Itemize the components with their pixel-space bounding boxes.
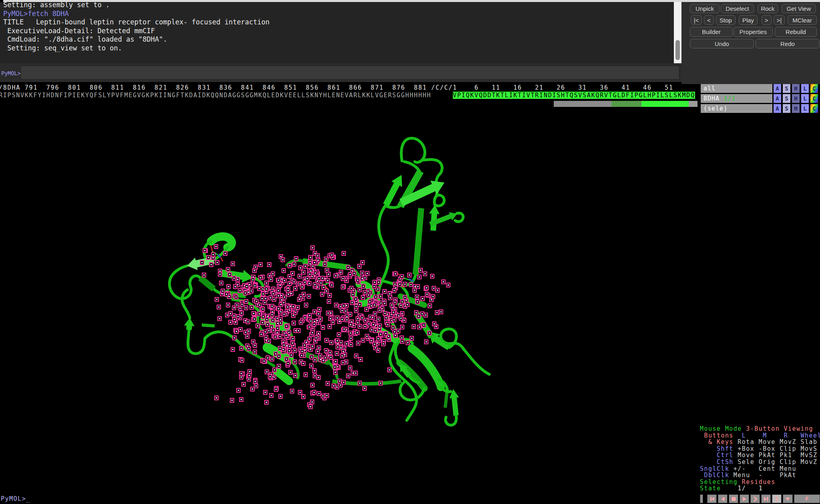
- water-molecule[interactable]: [233, 285, 237, 289]
- water-molecule[interactable]: [286, 289, 290, 293]
- water-molecule[interactable]: [309, 255, 312, 259]
- water-molecule[interactable]: [400, 339, 404, 343]
- water-molecule[interactable]: [341, 285, 345, 289]
- water-molecule[interactable]: [362, 284, 365, 288]
- water-molecule[interactable]: [396, 329, 400, 333]
- water-molecule[interactable]: [325, 338, 328, 342]
- water-molecule[interactable]: [317, 375, 320, 380]
- water-molecule[interactable]: [354, 354, 358, 358]
- playback-s-mode-button[interactable]: S: [772, 494, 782, 503]
- water-molecule[interactable]: [308, 272, 312, 276]
- water-molecule[interactable]: [334, 370, 337, 374]
- water-molecule[interactable]: [388, 292, 392, 296]
- water-molecule[interactable]: [310, 400, 314, 404]
- object-sele-menu-H[interactable]: H: [792, 104, 800, 113]
- water-molecule[interactable]: [263, 330, 267, 334]
- water-molecule[interactable]: [239, 327, 242, 331]
- water-molecule[interactable]: [253, 317, 256, 321]
- water-molecule[interactable]: [254, 265, 257, 269]
- playback-step-back-button[interactable]: [718, 494, 728, 503]
- water-molecule[interactable]: [299, 266, 302, 270]
- object-all-menu-A[interactable]: A: [774, 84, 781, 93]
- water-molecule[interactable]: [354, 371, 358, 375]
- sequence-chain-c[interactable]: RIPSNVKKFYIHDNFIPIEKYQFSLYPVFMEGVGKPKIIN…: [0, 92, 431, 99]
- object-sele-menu-L[interactable]: L: [801, 104, 809, 113]
- water-molecule[interactable]: [418, 325, 421, 329]
- water-molecule[interactable]: [292, 280, 296, 284]
- sequence-scrollbar-segment[interactable]: [641, 101, 689, 107]
- water-molecule[interactable]: [361, 295, 365, 299]
- water-molecule[interactable]: [277, 289, 280, 293]
- water-molecule[interactable]: [393, 330, 396, 334]
- water-molecule[interactable]: [305, 277, 309, 281]
- water-molecule[interactable]: [379, 301, 383, 305]
- water-molecule[interactable]: [226, 303, 230, 307]
- water-molecule[interactable]: [253, 380, 257, 384]
- playback-stop-button[interactable]: [729, 494, 738, 503]
- water-molecule[interactable]: [229, 320, 232, 324]
- water-molecule[interactable]: [286, 305, 289, 309]
- water-molecule[interactable]: [425, 292, 429, 296]
- water-molecule[interactable]: [326, 382, 330, 386]
- water-molecule[interactable]: [244, 330, 247, 334]
- water-molecule[interactable]: [341, 277, 345, 281]
- water-molecule[interactable]: [345, 342, 348, 346]
- water-molecule[interactable]: [329, 355, 333, 359]
- water-molecule[interactable]: [283, 279, 286, 283]
- water-molecule[interactable]: [419, 268, 422, 272]
- water-molecule[interactable]: [300, 285, 304, 289]
- water-molecule[interactable]: [370, 328, 374, 332]
- water-molecule[interactable]: [379, 381, 382, 385]
- water-molecule[interactable]: [279, 394, 282, 398]
- water-molecule[interactable]: [298, 274, 301, 278]
- water-molecule[interactable]: [324, 349, 328, 353]
- water-molecule[interactable]: [345, 318, 349, 322]
- toolbar-button-getview[interactable]: Get View: [782, 4, 816, 13]
- water-molecule[interactable]: [360, 271, 364, 275]
- water-molecule[interactable]: [348, 273, 352, 277]
- water-molecule[interactable]: [308, 281, 311, 285]
- object-entry-sele[interactable]: (sele): [701, 104, 772, 113]
- water-molecule[interactable]: [279, 321, 282, 325]
- water-molecule[interactable]: [297, 329, 300, 333]
- water-molecule[interactable]: [376, 317, 380, 321]
- water-molecule[interactable]: [259, 276, 262, 280]
- water-molecule[interactable]: [285, 357, 288, 361]
- water-molecule[interactable]: [376, 337, 380, 341]
- water-molecule[interactable]: [236, 315, 240, 319]
- water-molecule[interactable]: [251, 387, 254, 391]
- toolbar-button-[interactable]: >: [762, 15, 772, 25]
- playback-slider-down-button[interactable]: [783, 494, 793, 503]
- water-molecule[interactable]: [344, 309, 348, 313]
- water-molecules[interactable]: [200, 245, 450, 409]
- toolbar-button-[interactable]: <: [704, 15, 714, 25]
- water-molecule[interactable]: [348, 366, 352, 370]
- water-molecule[interactable]: [310, 364, 313, 368]
- water-molecule[interactable]: [383, 289, 386, 293]
- water-molecule[interactable]: [368, 315, 372, 319]
- water-molecule[interactable]: [446, 283, 450, 287]
- water-molecule[interactable]: [225, 292, 228, 296]
- water-molecule[interactable]: [346, 374, 350, 378]
- object-sele-menu-C[interactable]: C: [810, 104, 818, 113]
- sequence-scrollbar-segment[interactable]: [554, 101, 611, 107]
- sequence-viewer[interactable]: RIPSNVKKFYIHDNFIPIEKYQFSLYPVFMEGVGKPKIIN…: [0, 91, 698, 99]
- water-molecule[interactable]: [265, 317, 269, 321]
- water-molecule[interactable]: [388, 296, 392, 300]
- object-8DHA-menu-L[interactable]: L: [801, 94, 809, 103]
- water-molecule[interactable]: [342, 251, 346, 255]
- water-molecule[interactable]: [386, 323, 390, 327]
- water-molecule[interactable]: [349, 331, 352, 335]
- water-molecule[interactable]: [254, 384, 258, 388]
- water-molecule[interactable]: [290, 389, 294, 393]
- sequence-scrollbar-segment[interactable]: [611, 101, 641, 107]
- water-molecule[interactable]: [301, 361, 305, 365]
- water-molecule[interactable]: [332, 384, 336, 388]
- water-molecule[interactable]: [278, 335, 282, 339]
- water-molecule[interactable]: [417, 314, 420, 318]
- water-molecule[interactable]: [255, 299, 258, 303]
- object-8DHA-menu-C[interactable]: C: [810, 94, 818, 103]
- toolbar-button-undo[interactable]: Undo: [690, 39, 754, 48]
- water-molecule[interactable]: [431, 295, 435, 299]
- water-molecule[interactable]: [340, 309, 344, 313]
